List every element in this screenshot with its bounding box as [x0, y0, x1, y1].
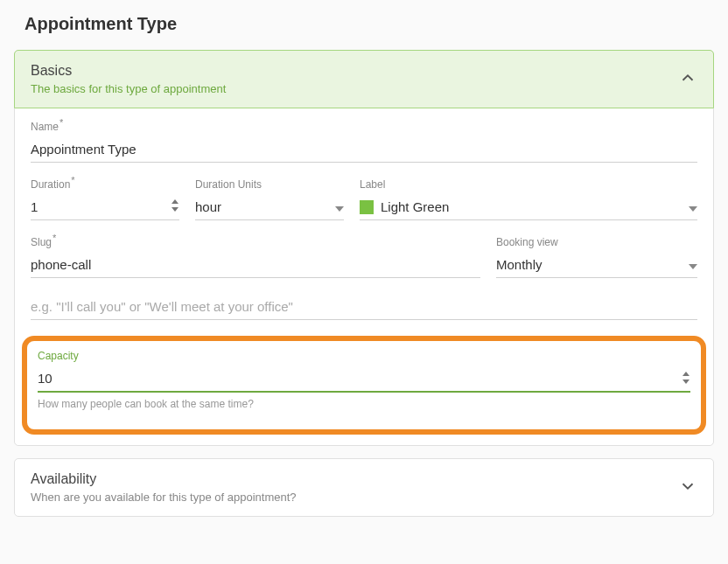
slug-input[interactable]	[31, 254, 480, 278]
duration-units-select[interactable]: hour	[195, 196, 344, 220]
booking-view-label: Booking view	[496, 236, 697, 248]
chevron-down-icon[interactable]	[678, 477, 697, 499]
booking-view-value: Monthly	[496, 257, 542, 272]
booking-view-select[interactable]: Monthly	[496, 254, 697, 278]
availability-header[interactable]: Availability When are you available for …	[15, 459, 713, 516]
capacity-label: Capacity	[38, 350, 690, 362]
duration-input[interactable]	[31, 196, 179, 220]
basics-header-subtitle: The basics for this type of appointment	[31, 82, 226, 95]
page-title: Appointment Type	[24, 14, 704, 34]
capacity-highlight: Capacity How many people can book at the…	[22, 336, 706, 435]
basics-card: Basics The basics for this type of appoi…	[14, 50, 714, 446]
basics-header[interactable]: Basics The basics for this type of appoi…	[14, 50, 714, 108]
description-input[interactable]	[31, 296, 697, 320]
label-field-label: Label	[360, 178, 697, 191]
capacity-helper: How many people can book at the same tim…	[38, 398, 690, 410]
availability-card: Availability When are you available for …	[14, 458, 714, 517]
basics-body: Name Duration Duration Units hour	[15, 108, 713, 445]
name-label: Name	[31, 121, 697, 133]
duration-units-value: hour	[195, 199, 221, 214]
slug-label: Slug	[31, 236, 480, 248]
color-swatch	[360, 200, 374, 214]
duration-units-label: Duration Units	[195, 178, 344, 191]
availability-title: Availability	[31, 471, 297, 487]
availability-subtitle: When are you available for this type of …	[31, 491, 297, 504]
capacity-input[interactable]	[38, 367, 690, 393]
chevron-up-icon[interactable]	[678, 68, 697, 91]
label-select[interactable]: Light Green	[360, 196, 697, 220]
name-input[interactable]	[31, 138, 697, 163]
label-value: Light Green	[381, 199, 449, 214]
duration-label: Duration	[31, 178, 179, 191]
basics-header-title: Basics	[31, 63, 226, 79]
